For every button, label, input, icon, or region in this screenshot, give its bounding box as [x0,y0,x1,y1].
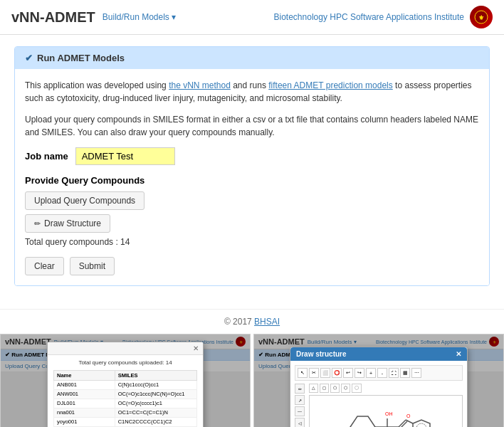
app-logo: vNN-ADMET [11,9,95,26]
table-row: DJL001OC(=O)c(cccc1)c1 [54,399,197,408]
svg-text:OH: OH [385,411,393,416]
modal-overlay-1: ✕ Total query compounds uploaded: 14 Nam… [1,334,250,427]
clear-button[interactable]: Clear [25,257,64,275]
vnn-method-link[interactable]: the vNN method [169,80,231,90]
draw-toolbar: ↖ ✂ ⬜ ⭕ ↩ ↪ + - ⛶ ▦ ⋯ [295,365,463,381]
ring-buttons: △ ◻ ⬠ ⬡ 〇 [309,384,463,393]
draw-modal-body: ↖ ✂ ⬜ ⭕ ↩ ↪ + - ⛶ ▦ ⋯ [290,361,467,427]
table-header-name: Name [54,370,115,380]
svg-marker-11 [413,420,430,427]
table-row: ANW001OC(=O)c1ccc(NC(N)=O)cc1 [54,389,197,399]
undo-tool[interactable]: ↩ [343,368,353,378]
ring-3-btn[interactable]: △ [309,384,318,393]
svg-text:O: O [406,413,411,418]
total-compounds-text: Total query compounds : 14 [25,237,479,247]
header-right: Biotechnology HPC Software Applications … [274,6,493,28]
provide-label: Provide Query Compounds [25,175,479,186]
draw-btn-label: Draw Structure [44,218,101,228]
main-content: ✔ Run ADMET Models This application was … [0,35,504,309]
modal-overlay-2: Draw structure ✕ ↖ ✂ ⬜ ⭕ ↩ ↪ + - ⛶ [254,334,503,427]
admet-models-link[interactable]: fifteen ADMET prediction models [268,80,393,90]
main-header: vNN-ADMET Build/Run Models ▾ Biotechnolo… [0,0,504,35]
table-header-smiles: SMILES [115,370,196,380]
cut-tool[interactable]: ✂ [309,368,319,378]
build-run-nav[interactable]: Build/Run Models ▾ [103,12,176,22]
upload-query-button[interactable]: Upload Query Compounds [25,191,145,210]
wedge-tool[interactable]: ◁ [295,418,305,427]
draw-canvas-area: △ ◻ ⬠ ⬡ 〇 [309,384,463,427]
institution-label: Biotechnology HPC Software Applications … [274,12,464,22]
ring-6-btn[interactable]: ⬡ [341,384,350,393]
draw-structure-btn-row: ✏ Draw Structure [25,214,479,233]
ring-7-btn[interactable]: 〇 [352,384,362,393]
draw-structure-button[interactable]: ✏ Draw Structure [25,214,110,233]
desc-part1: This application was developed using [25,80,169,90]
admet-panel: ✔ Run ADMET Models This application was … [14,46,490,286]
zoom-in-tool[interactable]: + [366,368,376,378]
svg-text:⚜: ⚜ [478,14,484,21]
footer: © 2017 BHSAI [0,309,504,334]
arrow-draw-tool[interactable]: ↗ [295,395,305,405]
svg-marker-2 [350,416,375,427]
panel-header: ✔ Run ADMET Models [15,47,489,69]
job-name-input[interactable] [75,147,175,165]
pencil-icon: ✏ [34,219,41,228]
molecule-canvas[interactable]: OH O [309,395,463,427]
description2-text: Upload your query compounds in SMILES fo… [25,113,479,139]
header-left: vNN-ADMET Build/Run Models ▾ [11,9,176,26]
footer-text: © 2017 [224,317,254,327]
bhsai-link[interactable]: BHSAI [254,317,280,327]
close-icon-1[interactable]: ✕ [193,344,199,352]
screenshot-panel-2: vNN-ADMET Build/Run Models ▾ Biotechnolo… [253,334,504,427]
table-row: ANB001C(N)c1ccc(O)cc1 [54,380,197,389]
modal-header-bar-1: ✕ [48,342,203,355]
grid-tool[interactable]: ▦ [400,368,410,378]
table-row: nna001OC1=CC=C(C=C1)N [54,408,197,417]
screenshot-panel-1: vNN-ADMET Build/Run Models ▾ Biotechnolo… [0,334,251,427]
institution-badge: ⚜ [470,6,493,28]
checkmark-icon: ✔ [25,53,33,63]
draw-modal-header: Draw structure ✕ [290,347,467,361]
badge-icon: ⚜ [474,10,488,24]
submit-button[interactable]: Submit [70,257,115,275]
more-tool[interactable]: ⋯ [411,368,421,378]
modal-body-1: Total query compounds uploaded: 14 Name … [48,355,203,428]
ring-4-btn[interactable]: ◻ [320,384,329,393]
table-row: yoyo001C1NC2CCCC(CC1)C2 [54,417,197,426]
draw-layout: ✏ ↗ — ◁ ± A 〰 △ ◻ [295,384,463,427]
rect-tool[interactable]: ⬜ [320,368,330,378]
upload-btn-row: Upload Query Compounds [25,191,479,210]
draw-modal-title: Draw structure [296,350,347,358]
upload-modal: ✕ Total query compounds uploaded: 14 Nam… [47,342,204,428]
fit-tool[interactable]: ⛶ [389,368,399,378]
svg-point-12 [416,423,426,427]
bond-tool[interactable]: — [295,406,305,416]
select-tool[interactable]: ↖ [298,368,308,378]
panel-title: Run ADMET Models [37,53,125,63]
zoom-out-tool[interactable]: - [377,368,387,378]
ring-5-btn[interactable]: ⬠ [330,384,340,393]
draw-left-tools: ✏ ↗ — ◁ ± A 〰 [295,384,306,427]
redo-tool[interactable]: ↪ [355,368,364,378]
modal-title-1: Total query compounds uploaded: 14 [53,359,197,366]
action-row: Clear Submit [25,257,479,275]
pencil-draw-tool[interactable]: ✏ [295,384,305,394]
close-icon-2[interactable]: ✕ [456,350,461,358]
job-name-row: Job name [25,147,479,165]
draw-modal: Draw structure ✕ ↖ ✂ ⬜ ⭕ ↩ ↪ + - ⛶ [290,347,468,427]
description-text: This application was developed using the… [25,79,479,105]
circle-tool[interactable]: ⭕ [332,368,342,378]
screenshots-row: vNN-ADMET Build/Run Models ▾ Biotechnolo… [0,334,504,427]
job-name-label: Job name [25,151,68,162]
compounds-table: Name SMILES ANB001C(N)c1ccc(O)cc1ANW001O… [53,370,197,428]
molecule-svg: OH O [329,399,443,427]
desc-part2: and runs [233,80,268,90]
panel-body: This application was developed using the… [15,69,489,285]
